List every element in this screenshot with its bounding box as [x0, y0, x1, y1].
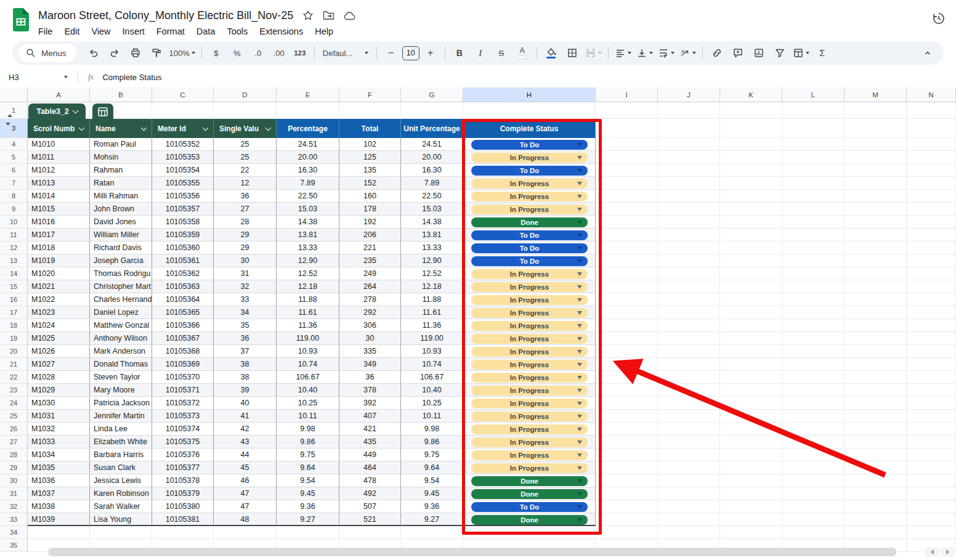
cell-J13[interactable]: [658, 254, 720, 267]
cell-A14[interactable]: M1020: [28, 267, 90, 280]
format-currency-button[interactable]: $: [206, 44, 226, 62]
cell-F12[interactable]: 221: [339, 241, 401, 254]
cell-G17[interactable]: 11.61: [401, 306, 463, 319]
cell-L30[interactable]: [782, 474, 845, 487]
cell-I32[interactable]: [596, 500, 658, 513]
cell-F27[interactable]: 435: [339, 436, 401, 448]
menu-insert[interactable]: Insert: [123, 26, 145, 36]
table-header-D3[interactable]: Single Valu: [214, 119, 277, 138]
strikethrough-button[interactable]: S: [492, 44, 511, 62]
table-header-G3[interactable]: Unit Percentage: [401, 119, 463, 138]
cell-K21[interactable]: [720, 358, 782, 371]
cell-I21[interactable]: [596, 358, 658, 371]
cell-L33[interactable]: [782, 513, 845, 526]
cell-B12[interactable]: Richard Davis: [90, 241, 152, 254]
cell-I24[interactable]: [596, 397, 658, 410]
cell-K23[interactable]: [720, 384, 782, 397]
cell-J14[interactable]: [658, 267, 720, 280]
cell-K18[interactable]: [720, 319, 782, 332]
cell-C28[interactable]: 10105376: [152, 448, 214, 461]
cell-A29[interactable]: M1035: [28, 461, 90, 474]
status-chip[interactable]: In Progress: [471, 412, 588, 421]
cell-A20[interactable]: M1026: [28, 345, 90, 358]
row-header-22[interactable]: 22: [0, 371, 28, 384]
cell-N9[interactable]: [907, 203, 956, 216]
cell-E25[interactable]: 10.11: [277, 410, 339, 423]
cell-G22[interactable]: 106.67: [401, 371, 463, 384]
cell-A33[interactable]: M1039: [28, 513, 90, 526]
cell-A22[interactable]: M1028: [28, 371, 90, 384]
cell-J16[interactable]: [658, 293, 720, 306]
cell-C15[interactable]: 10105363: [152, 280, 214, 293]
collapse-toolbar-button[interactable]: [918, 44, 938, 62]
cell-B15[interactable]: Christopher Mart: [90, 280, 152, 293]
status-chip[interactable]: In Progress: [471, 373, 588, 383]
cell-G7[interactable]: 7.89: [401, 177, 463, 190]
cell-D10[interactable]: 28: [214, 216, 277, 229]
cell-C26[interactable]: 10105374: [152, 423, 214, 436]
menu-format[interactable]: Format: [156, 26, 185, 36]
status-chip[interactable]: In Progress: [471, 399, 588, 408]
menu-data[interactable]: Data: [196, 26, 216, 36]
cell-H10[interactable]: Done: [463, 216, 596, 229]
cell-M24[interactable]: [845, 397, 907, 410]
functions-button[interactable]: Σ: [812, 44, 832, 62]
cell-N33[interactable]: [907, 513, 956, 526]
cell-E12[interactable]: 13.33: [277, 241, 339, 254]
status-chip[interactable]: Done: [471, 489, 588, 499]
cell-I16[interactable]: [596, 293, 658, 306]
table-header-F3[interactable]: Total: [339, 119, 401, 138]
cell-L25[interactable]: [782, 410, 845, 423]
cell-I30[interactable]: [596, 474, 658, 487]
cell-I22[interactable]: [596, 371, 658, 384]
font-family-select[interactable]: Defaul...: [319, 44, 372, 62]
text-wrap-button[interactable]: [656, 44, 676, 62]
status-chip[interactable]: In Progress: [471, 463, 588, 473]
cell-D33[interactable]: 48: [214, 513, 277, 526]
cell-C25[interactable]: 10105373: [152, 410, 214, 423]
cell-A27[interactable]: M1033: [28, 436, 90, 448]
cell-E4[interactable]: 24.51: [277, 138, 339, 151]
cell-N23[interactable]: [907, 384, 956, 397]
cell-E22[interactable]: 106.67: [277, 371, 339, 384]
cell-A11[interactable]: M1017: [28, 229, 90, 241]
cell-B18[interactable]: Matthew Gonzal: [90, 319, 152, 332]
row-header-32[interactable]: 32: [0, 500, 28, 513]
cell-C17[interactable]: 10105365: [152, 306, 214, 319]
cell-G21[interactable]: 10.74: [401, 358, 463, 371]
paint-format-button[interactable]: [147, 44, 166, 62]
cell-K30[interactable]: [720, 474, 782, 487]
cell-K9[interactable]: [720, 203, 782, 216]
cell-H11[interactable]: To Do: [463, 229, 596, 241]
cell-I4[interactable]: [596, 138, 658, 151]
row-header-5[interactable]: 5: [0, 151, 28, 164]
cell-F18[interactable]: 306: [339, 319, 401, 332]
cell-H34[interactable]: [463, 526, 596, 539]
cell-A31[interactable]: M1037: [28, 487, 90, 500]
cell-H12[interactable]: To Do: [463, 241, 596, 254]
cell-G29[interactable]: 9.64: [401, 461, 463, 474]
cell-A21[interactable]: M1027: [28, 358, 90, 371]
cell-L27[interactable]: [782, 436, 845, 448]
cell-L13[interactable]: [782, 254, 845, 267]
cell-B21[interactable]: Donald Thomas: [90, 358, 152, 371]
cell-B24[interactable]: Patricia Jackson: [90, 397, 152, 410]
cell-E1[interactable]: [277, 102, 339, 119]
cell-E34[interactable]: [277, 526, 339, 539]
increase-decimals-button[interactable]: .00: [269, 44, 289, 62]
cell-F24[interactable]: 392: [339, 397, 401, 410]
google-sheets-logo-icon[interactable]: [12, 8, 30, 31]
cell-B28[interactable]: Barbara Harris: [90, 448, 152, 461]
cell-G19[interactable]: 119.00: [401, 332, 463, 345]
cell-N24[interactable]: [907, 397, 956, 410]
cell-I13[interactable]: [596, 254, 658, 267]
cell-C22[interactable]: 10105370: [152, 371, 214, 384]
cell-K3[interactable]: [720, 119, 782, 138]
cell-I5[interactable]: [596, 151, 658, 164]
cell-I11[interactable]: [596, 229, 658, 241]
column-header-L[interactable]: L: [782, 87, 845, 102]
cell-N32[interactable]: [907, 500, 956, 513]
cell-D17[interactable]: 34: [214, 306, 277, 319]
cell-L3[interactable]: [782, 119, 845, 138]
cell-F13[interactable]: 235: [339, 254, 401, 267]
